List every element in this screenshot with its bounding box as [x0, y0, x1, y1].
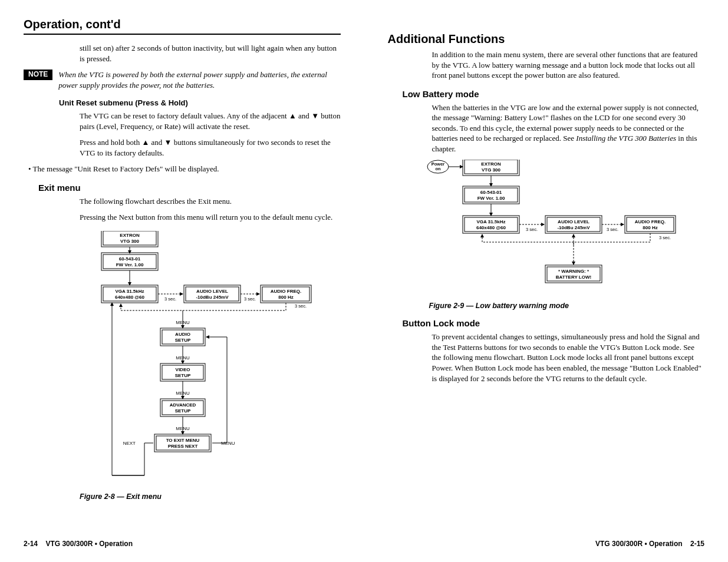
note-text: When the VTG is powered by both the exte…: [58, 70, 340, 90]
figure-2-8-caption: Figure 2-8 — Exit menu: [80, 492, 341, 501]
figure-2-9-diagram: Power on EXTRON VTG 300 60-543-01 FW Ver…: [426, 160, 705, 295]
svg-text:3 sec.: 3 sec.: [244, 296, 256, 302]
svg-text:SETUP: SETUP: [175, 338, 191, 343]
running-header: Operation, cont'd: [24, 18, 341, 35]
svg-text:PRESS NEXT: PRESS NEXT: [168, 444, 198, 449]
svg-text:TO EXIT MENU: TO EXIT MENU: [166, 438, 200, 443]
paragraph: The VTG can be reset to factory default …: [80, 111, 341, 131]
page-number-left: 2-14: [24, 540, 38, 548]
svg-text:VGA   31.5kHz: VGA 31.5kHz: [476, 219, 505, 224]
svg-text:3 sec.: 3 sec.: [164, 296, 176, 302]
svg-text:3 sec.: 3 sec.: [606, 227, 618, 232]
svg-text:AUDIO FREQ.: AUDIO FREQ.: [634, 219, 665, 224]
svg-text:EXTRON: EXTRON: [481, 161, 501, 167]
svg-text:MENU: MENU: [176, 355, 190, 361]
svg-text:3 sec.: 3 sec.: [659, 235, 671, 240]
svg-text:-10dBu  245mV: -10dBu 245mV: [196, 295, 229, 300]
svg-text:AUDIO LEVEL: AUDIO LEVEL: [558, 219, 589, 224]
svg-text:MENU: MENU: [221, 441, 235, 446]
svg-text:MENU: MENU: [176, 391, 190, 396]
svg-text:AUDIO LEVEL: AUDIO LEVEL: [196, 289, 228, 294]
svg-text:VGA   31.5kHz: VGA 31.5kHz: [115, 289, 144, 294]
note-block: NOTE When the VTG is powered by both the…: [24, 70, 341, 90]
svg-text:60-543-01: 60-543-01: [480, 190, 502, 195]
svg-text:BATTERY LOW!: BATTERY LOW!: [555, 275, 591, 280]
svg-text:AUDIO FREQ.: AUDIO FREQ.: [271, 289, 301, 294]
svg-text:on: on: [435, 166, 441, 171]
figure-2-9-caption: Figure 2-9 — Low battery warning mode: [429, 302, 705, 310]
heading-button-lock: Button Lock mode: [403, 318, 705, 328]
svg-text:FW  Ver. 1.00: FW Ver. 1.00: [477, 196, 505, 201]
svg-text:ADVANCED: ADVANCED: [170, 402, 196, 408]
svg-text:60-543-01: 60-543-01: [119, 256, 141, 262]
svg-text:NEXT: NEXT: [123, 441, 136, 446]
svg-text:-10dBu  245mV: -10dBu 245mV: [557, 225, 590, 230]
paragraph: Press and hold both ▲ and ▼ buttons simu…: [80, 137, 341, 158]
left-column: Operation, cont'd still set on) after 2 …: [24, 18, 341, 501]
heading-exit-menu: Exit menu: [38, 183, 341, 193]
footer-title-left: VTG 300/300R • Operation: [45, 540, 133, 548]
svg-text:VTG    300: VTG 300: [120, 239, 140, 244]
svg-text:VIDEO: VIDEO: [176, 367, 190, 372]
paragraph: When the batteries in the VTG are low an…: [432, 103, 705, 154]
svg-text:AUDIO: AUDIO: [175, 332, 190, 337]
svg-text:640x480 @60: 640x480 @60: [115, 295, 145, 300]
svg-text:640x480 @60: 640x480 @60: [476, 225, 506, 230]
note-badge: NOTE: [24, 70, 52, 80]
svg-text:3 sec.: 3 sec.: [295, 303, 307, 309]
paragraph: The following flowchart describes the Ex…: [80, 196, 341, 207]
figure-2-8-diagram: EXTRON VTG 300 60-543-01 FW Ver. 1.00 VG: [80, 231, 341, 487]
footer-title-right: VTG 300/300R • Operation: [595, 540, 683, 548]
svg-text:MENU: MENU: [176, 426, 190, 431]
page-footer: 2-14 VTG 300/300R • Operation VTG 300/30…: [24, 540, 704, 548]
svg-text:800 Hz: 800 Hz: [278, 295, 293, 300]
heading-additional-functions: Additional Functions: [388, 32, 705, 46]
right-column: Additional Functions In addition to the …: [388, 18, 705, 501]
paragraph: Pressing the Next button from this menu …: [80, 212, 341, 223]
svg-text:800 Hz: 800 Hz: [643, 225, 657, 230]
svg-text:3 sec.: 3 sec.: [525, 227, 537, 232]
bullet-item: • The message "Unit Reset to Factory Def…: [35, 164, 341, 174]
svg-text:MENU: MENU: [176, 320, 190, 325]
page-number-right: 2-15: [690, 540, 704, 548]
svg-text:FW  Ver. 1.00: FW Ver. 1.00: [116, 262, 144, 267]
svg-text:EXTRON: EXTRON: [120, 233, 140, 238]
subheading-unit-reset: Unit Reset submenu (Press & Hold): [59, 98, 341, 107]
svg-text:* WARNING:  *: * WARNING: *: [558, 269, 589, 274]
paragraph: still set on) after 2 seconds of button …: [80, 43, 341, 64]
paragraph: In addition to the main menu system, the…: [432, 49, 705, 81]
heading-low-battery: Low Battery mode: [403, 89, 705, 99]
svg-text:VTG    300: VTG 300: [481, 167, 500, 173]
paragraph: To prevent accidental changes to setting…: [432, 332, 705, 384]
svg-text:SETUP: SETUP: [175, 408, 191, 414]
svg-text:SETUP: SETUP: [175, 373, 191, 378]
